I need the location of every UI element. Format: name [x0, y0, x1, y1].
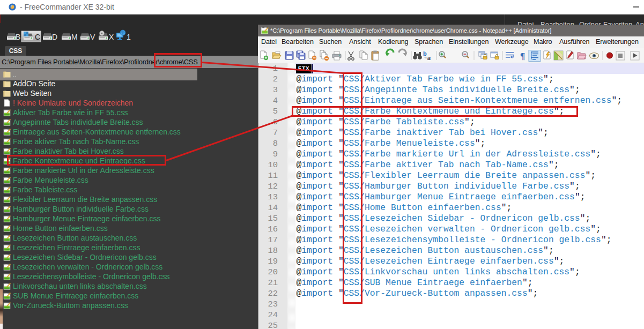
svg-text:B: B [16, 33, 20, 41]
svg-text:M: M [71, 33, 78, 41]
svg-text:C: C [35, 33, 40, 41]
svg-text:D: D [52, 33, 57, 41]
svg-text:X: X [109, 33, 114, 41]
svg-text:a: a [427, 55, 431, 61]
svg-text:V: V [90, 33, 95, 41]
svg-text:¶: ¶ [520, 51, 525, 61]
svg-text:b: b [423, 50, 427, 57]
svg-text:1: 1 [127, 33, 131, 41]
